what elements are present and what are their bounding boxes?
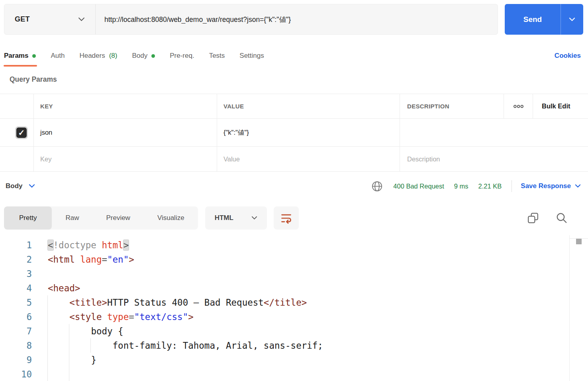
tab-headers[interactable]: Headers (8) — [79, 45, 117, 67]
param-description-cell[interactable] — [400, 119, 588, 147]
tab-body[interactable]: Body — [132, 45, 155, 67]
indent-guide — [69, 367, 69, 381]
three-dots-icon — [513, 104, 524, 108]
key-column-header: KEY — [34, 94, 217, 119]
line-number: 7 — [0, 324, 32, 338]
postman-app: GET Send Params Auth — [0, 0, 588, 381]
code-line: 2<html lang="en"> — [0, 252, 588, 267]
tab-tests[interactable]: Tests — [209, 45, 225, 67]
send-options-chevron[interactable] — [561, 4, 583, 35]
response-actions — [526, 211, 569, 225]
save-response-label: Save Response — [521, 182, 571, 190]
more-options-button[interactable] — [504, 94, 533, 119]
code-line: 7 body { — [0, 324, 588, 338]
code-line: 8 font-family: Tahoma, Arial, sans-serif… — [0, 338, 588, 353]
line-content: <!doctype html> — [32, 238, 129, 252]
response-meta: 400 Bad Request 9 ms 2.21 KB Save Respon… — [371, 180, 581, 192]
new-value-input[interactable]: Value — [217, 147, 400, 172]
headers-count: (8) — [109, 52, 118, 60]
code-line: 9 } — [0, 353, 588, 367]
indent-guide — [47, 367, 48, 381]
view-tab-visualize[interactable]: Visualize — [144, 206, 198, 230]
response-time[interactable]: 9 ms — [454, 183, 468, 190]
response-header: Body 400 Bad Request 9 ms 2.21 KB Save R… — [6, 174, 581, 198]
param-checkbox-checked[interactable]: ✓ — [15, 126, 28, 139]
wrap-text-button[interactable] — [274, 206, 299, 230]
line-content: <title>HTTP Status 400 – Bad Request</ti… — [32, 295, 307, 310]
copy-button[interactable] — [526, 211, 540, 225]
tab-label: Pre-req. — [170, 52, 194, 60]
chevron-down-icon — [569, 18, 575, 22]
indent-guide — [47, 353, 48, 367]
description-column-header: DESCRIPTION — [400, 94, 504, 119]
view-mode-tabs: Pretty Raw Preview Visualize — [4, 206, 198, 230]
indent-guide — [47, 295, 48, 310]
param-value-cell[interactable]: {"k":"値"} — [217, 119, 400, 147]
query-params-table: KEY VALUE DESCRIPTION Bulk Edit ✓ json {… — [0, 94, 588, 172]
globe-icon — [371, 180, 383, 192]
line-number: 2 — [0, 252, 32, 267]
view-tab-pretty[interactable]: Pretty — [4, 206, 52, 230]
scrollbar-track-divider — [569, 235, 570, 381]
send-label: Send — [505, 4, 561, 35]
params-green-dot — [32, 54, 36, 58]
tab-label: Auth — [51, 52, 65, 60]
line-content: <style type="text/css"> — [32, 310, 194, 324]
request-field: GET — [4, 4, 498, 35]
tab-label: Tests — [209, 52, 225, 60]
chevron-down-icon — [251, 216, 257, 220]
new-key-input[interactable]: Key — [34, 147, 217, 172]
status-badge[interactable]: 400 Bad Request — [393, 183, 444, 190]
code-editor: 1<!doctype html>2<html lang="en">34<head… — [0, 238, 588, 381]
tab-auth[interactable]: Auth — [51, 45, 65, 67]
tab-params[interactable]: Params — [4, 45, 36, 67]
search-icon — [556, 212, 568, 224]
line-number: 5 — [0, 295, 32, 310]
tab-pre-request[interactable]: Pre-req. — [170, 45, 194, 67]
url-input[interactable] — [104, 15, 489, 24]
indent-guide — [69, 324, 69, 338]
new-description-input[interactable]: Description — [400, 147, 588, 172]
tab-label: Params — [4, 52, 28, 60]
search-button[interactable] — [555, 211, 569, 225]
indent-guide — [47, 310, 48, 324]
row-checkbox-cell: ✓ — [0, 119, 34, 147]
cookies-link[interactable]: Cookies — [555, 52, 581, 60]
body-green-dot — [151, 54, 155, 58]
row-checkbox-cell-empty — [0, 147, 34, 172]
view-tab-preview[interactable]: Preview — [92, 206, 143, 230]
line-content: } — [32, 353, 96, 367]
copy-icon — [527, 212, 539, 224]
url-input-wrap — [96, 4, 498, 34]
response-body-editor[interactable]: 1<!doctype html>2<html lang="en">34<head… — [0, 238, 588, 381]
code-line: 4<head> — [0, 281, 588, 295]
indent-guide — [69, 353, 69, 367]
request-url-bar: GET Send — [4, 4, 583, 35]
save-response-button[interactable]: Save Response — [521, 182, 581, 190]
bulk-edit-button[interactable]: Bulk Edit — [533, 94, 588, 119]
response-toolbar: Pretty Raw Preview Visualize HTML — [4, 206, 581, 230]
tab-settings[interactable]: Settings — [239, 45, 264, 67]
response-body-label: Body — [6, 182, 23, 190]
checkbox-column-header — [0, 94, 34, 119]
response-size[interactable]: 2.21 KB — [478, 183, 502, 190]
chevron-down-icon — [78, 17, 85, 22]
view-tab-raw[interactable]: Raw — [52, 206, 92, 230]
line-content: <html lang="en"> — [32, 252, 134, 267]
line-content — [32, 367, 48, 381]
format-select[interactable]: HTML — [205, 206, 267, 230]
line-number: 4 — [0, 281, 32, 295]
param-key-cell[interactable]: json — [34, 119, 217, 147]
code-line: 10 — [0, 367, 588, 381]
response-body-dropdown[interactable]: Body — [6, 182, 35, 190]
indent-guide — [90, 338, 91, 353]
tab-label: Headers — [79, 52, 105, 60]
tab-label: Settings — [239, 52, 264, 60]
code-line: 1<!doctype html> — [0, 238, 588, 252]
scrollbar-thumb[interactable] — [576, 239, 582, 244]
indent-guide — [69, 338, 69, 353]
query-params-title: Query Params — [10, 75, 57, 84]
line-number: 10 — [0, 367, 32, 381]
send-button[interactable]: Send — [505, 4, 583, 35]
method-select[interactable]: GET — [4, 4, 96, 34]
